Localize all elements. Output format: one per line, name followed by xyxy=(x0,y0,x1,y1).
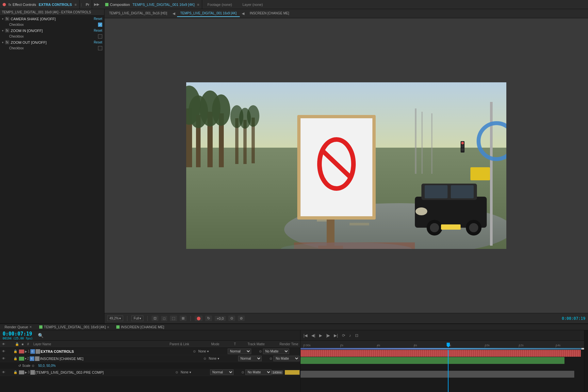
effect-controls-tab[interactable]: fx Effect Controls EXTRA CONTROLS ≡ xyxy=(0,0,80,9)
fit-icon: ⊡ xyxy=(154,316,156,320)
effect-camera-shake[interactable]: ▾ fx CAMERA SHAKE [ON/OFF] Reset xyxy=(0,16,104,22)
render-queue-close[interactable]: ✕ xyxy=(29,325,32,329)
scale-label: Scale xyxy=(22,364,30,368)
inscreen-tab[interactable]: INSCREEN [CHANGE ME] xyxy=(113,324,168,330)
layer3-expand[interactable]: ▶ xyxy=(25,371,27,374)
camera-shake-expand[interactable]: ▾ xyxy=(2,17,4,21)
layer1-lock[interactable]: 🔒 xyxy=(12,349,18,354)
zoom-out-fx-badge: fx xyxy=(5,40,9,44)
forward-btn[interactable]: ▶▶ xyxy=(92,2,101,7)
track1-pattern xyxy=(301,350,581,357)
viewer-props-btn[interactable]: ⊘ xyxy=(238,316,245,321)
viewer-tab-9x16[interactable]: TEMPS_LIVE_DIGITAL_001_9x16 [HD] xyxy=(106,10,171,17)
ctrl-step-back-icon[interactable]: ◀| xyxy=(310,333,316,338)
layer3-parent-arrow[interactable]: ▾ xyxy=(189,370,191,374)
layer1-parent-arrow[interactable]: ▾ xyxy=(207,350,209,353)
effect-zoom-in[interactable]: ▾ fx ZOOM IN [ON/OFF] Reset xyxy=(0,27,104,34)
viewer-toolbar: 49,2% ▾ Full ▾ ⊡ □ ⬚ ⊞ ⬤ xyxy=(105,313,588,323)
layer3-eye[interactable]: 👁 xyxy=(1,369,7,375)
layer2-parent-arrow[interactable]: ▾ xyxy=(218,357,219,360)
layer3-link-icon[interactable]: ⊙ xyxy=(175,370,181,374)
zoom-out-reset[interactable]: Reset xyxy=(94,41,102,44)
effect-zoom-out[interactable]: ▾ fx ZOOM OUT [ON/OFF] Reset xyxy=(0,39,104,45)
zoom-in-expand[interactable]: ▾ xyxy=(2,29,4,32)
scale-link-icon[interactable]: ⊙ xyxy=(32,364,37,368)
svg-point-16 xyxy=(247,105,259,127)
camera-shake-reset[interactable]: Reset xyxy=(94,17,102,21)
ctrl-audio-icon[interactable]: ♪ xyxy=(348,333,352,338)
zoom-in-checkbox-label: Checkbox xyxy=(9,35,24,38)
scene-svg xyxy=(186,82,506,249)
svg-rect-44 xyxy=(470,167,490,180)
camera-shake-checkbox[interactable] xyxy=(98,23,102,27)
layer3-timing: 143ms xyxy=(271,370,283,374)
scale-reset-icon[interactable]: ↺ xyxy=(18,364,21,368)
layer3-solo[interactable] xyxy=(7,369,12,375)
layer2-solo[interactable] xyxy=(7,356,12,362)
snapshot-btn[interactable]: □ xyxy=(161,316,167,321)
layer1-expand[interactable]: ▶ xyxy=(25,350,27,353)
refresh-btn[interactable]: ↻ xyxy=(205,316,212,321)
layer3-lock[interactable]: 🔒 xyxy=(12,369,18,375)
camera-icon: ⊙ xyxy=(230,316,233,320)
pr-label: Pr xyxy=(86,3,89,7)
ctrl-loop-icon[interactable]: ⟳ xyxy=(341,333,346,338)
layer1-solo[interactable] xyxy=(7,349,12,354)
ctrl-home-icon[interactable]: |◀ xyxy=(302,333,308,338)
layer2-lock[interactable]: 🔒 xyxy=(12,356,18,362)
layer1-link-icon[interactable]: ⊙ xyxy=(193,350,198,353)
fit-btn[interactable]: ⊡ xyxy=(152,316,158,321)
layer-row-3: 👁 🔒 ▶ 3 [TEMPS_LIVE_DIGITAL_002-PRE COMP… xyxy=(0,369,300,376)
playhead[interactable] xyxy=(448,350,449,392)
timeline-search-btn[interactable]: 🔍 xyxy=(38,333,43,338)
viewer-tab-16x9[interactable]: TEMPS_LIVE_DIGITAL_001 16x9 [4K] xyxy=(177,10,240,17)
layer3-parent: None ▾ xyxy=(181,370,210,374)
zoom-in-reset[interactable]: Reset xyxy=(94,29,102,32)
zoom-in-checkbox[interactable] xyxy=(98,34,102,39)
composition-tab[interactable]: Composition TEMPS_LIVE_DIGITAL_001 16x9 … xyxy=(101,0,202,9)
layer2-matte-select[interactable]: No Matte xyxy=(273,356,300,361)
zoom-out-name: ZOOM OUT [ON/OFF] xyxy=(11,41,47,44)
layer2-mode-select[interactable]: Normal xyxy=(238,356,262,361)
ctrl-preview-icon[interactable]: ⊡ xyxy=(354,333,359,338)
timeline-tracks-area xyxy=(301,350,584,392)
ctrl-play-icon[interactable]: ▶ xyxy=(318,333,323,338)
timeline-timecode[interactable]: 0:00:07:19 xyxy=(3,331,33,337)
region-btn[interactable]: ⬚ xyxy=(170,316,177,321)
ruler-tick-12s: 12s xyxy=(519,344,524,347)
pr-tab[interactable]: Pr xyxy=(83,0,92,9)
viewer-tab-inscreen[interactable]: INSCREEN [CHANGE ME] xyxy=(246,10,292,17)
comp-tab-timeline-label: TEMPS_LIVE_DIGITAL_001 16x9 [4K] xyxy=(44,325,106,329)
timeline-main: 0:00:07:19 00194 (25.00 fps) 🔍 👁 🔒 ■ # L… xyxy=(0,330,588,392)
render-queue-tab[interactable]: Render Queue ✕ xyxy=(1,324,35,330)
layer1-matte-select[interactable]: No Matte xyxy=(263,349,289,354)
ctrl-step-fwd-icon[interactable]: |▶ xyxy=(325,333,331,338)
zoom-out-checkbox[interactable] xyxy=(98,46,102,50)
footage-info: Footage (none) xyxy=(202,3,237,7)
ctrl-end-icon[interactable]: ▶| xyxy=(333,333,339,338)
comp-menu-icon[interactable]: ≡ xyxy=(197,3,199,7)
layer1-eye[interactable]: 👁 xyxy=(1,349,7,354)
layer3-mode-select[interactable]: Normal xyxy=(210,369,234,375)
comp-tab-menu[interactable]: ≡ xyxy=(107,325,109,329)
comp-green-sq xyxy=(39,325,42,329)
layer1-mode-select[interactable]: Normal xyxy=(228,349,251,354)
layer3-matte-select[interactable]: No Matte xyxy=(245,369,271,375)
quality-dropdown-arrow: ▾ xyxy=(139,317,141,320)
comp-tab-timeline[interactable]: TEMPS_LIVE_DIGITAL_001 16x9 [4K] ≡ xyxy=(36,324,112,330)
zoom-out-expand[interactable]: ▾ xyxy=(2,41,4,44)
camera-btn[interactable]: ⊙ xyxy=(228,316,235,321)
quality-dropdown[interactable]: Full ▾ xyxy=(131,316,143,321)
layer2-eye[interactable]: 👁 xyxy=(1,356,7,362)
panel-menu-icon[interactable]: ≡ xyxy=(74,3,76,7)
layer2-parent-value: None xyxy=(209,357,217,360)
grid-btn[interactable]: ⊞ xyxy=(180,316,187,321)
svg-rect-17 xyxy=(415,108,416,174)
close-btn[interactable] xyxy=(3,3,6,6)
color-picker-btn[interactable]: ⬤ xyxy=(195,316,203,321)
zoom-in-name: ZOOM IN [ON/OFF] xyxy=(11,29,43,33)
zoom-dropdown[interactable]: 49,2% ▾ xyxy=(107,316,123,321)
layer2-link-icon[interactable]: ⊙ xyxy=(204,357,209,360)
offset-value: +0,0 xyxy=(217,317,224,320)
ruler-tick-4s: 4s xyxy=(377,344,380,347)
